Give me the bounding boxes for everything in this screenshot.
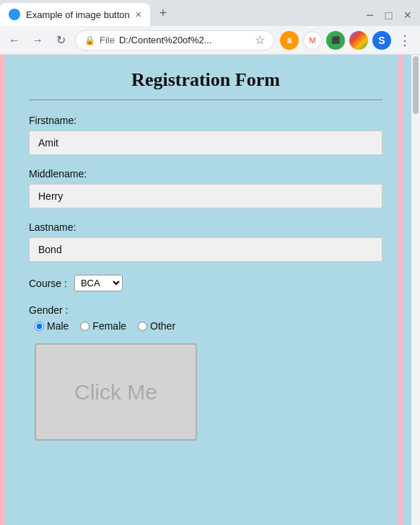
- page-content: Registration Form Firstname: Middlename:…: [0, 55, 411, 525]
- firstname-input[interactable]: [29, 131, 382, 155]
- gender-female-label: Female: [92, 320, 126, 332]
- image-button[interactable]: Click Me: [35, 343, 197, 441]
- gender-female-radio[interactable]: [80, 322, 89, 331]
- middlename-group: Middlename:: [29, 168, 382, 208]
- course-row: Course : BCA BBA BSc BCom: [29, 275, 382, 291]
- course-select[interactable]: BCA BBA BSc BCom: [74, 275, 123, 291]
- lastname-group: Lastname:: [29, 221, 382, 262]
- tab-favicon: 🌐: [9, 9, 20, 20]
- gender-other-label: Other: [150, 320, 175, 332]
- refresh-button[interactable]: ↻: [52, 32, 69, 49]
- tab-bar: 🌐 Example of image button × + − □ ×: [0, 0, 420, 26]
- amazon-icon[interactable]: a: [280, 31, 299, 50]
- forward-button[interactable]: →: [29, 32, 46, 49]
- gender-female-option[interactable]: Female: [80, 320, 126, 332]
- middlename-input[interactable]: [29, 184, 382, 208]
- form-container: Registration Form Firstname: Middlename:…: [22, 69, 390, 441]
- gender-options: Male Female Other: [35, 320, 382, 332]
- gender-other-option[interactable]: Other: [138, 320, 175, 332]
- scrollbar[interactable]: [411, 55, 420, 525]
- gender-male-label: Male: [47, 320, 69, 332]
- pink-bar-left: [0, 55, 4, 525]
- address-bar: ← → ↻ 🔒 File D:/Content%20of%2... ☆ a M …: [0, 26, 420, 55]
- gender-label: Gender :: [29, 304, 382, 316]
- gender-male-radio[interactable]: [35, 322, 44, 331]
- bookmark-icon[interactable]: ☆: [255, 33, 265, 47]
- lastname-input[interactable]: [29, 237, 382, 262]
- firstname-group: Firstname:: [29, 115, 382, 155]
- gender-other-radio[interactable]: [138, 322, 147, 331]
- window-controls: − □ ×: [366, 8, 420, 26]
- pink-bar-right: [398, 55, 403, 525]
- lastname-label: Lastname:: [29, 221, 382, 233]
- lock-icon: 🔒: [84, 35, 95, 45]
- gender-male-option[interactable]: Male: [35, 320, 69, 332]
- gmail-icon[interactable]: M: [303, 31, 322, 50]
- file-label: File: [100, 35, 115, 45]
- close-button[interactable]: ×: [403, 8, 411, 23]
- divider: [29, 100, 382, 100]
- browser-window: 🌐 Example of image button × + − □ × ← → …: [0, 0, 420, 525]
- middlename-label: Middlename:: [29, 168, 382, 180]
- content-wrapper: Registration Form Firstname: Middlename:…: [0, 55, 420, 525]
- maximize-button[interactable]: □: [385, 9, 393, 22]
- image-button-text: Click Me: [74, 380, 157, 405]
- profile-icon[interactable]: S: [372, 31, 391, 50]
- active-tab[interactable]: 🌐 Example of image button ×: [0, 3, 150, 26]
- address-input[interactable]: 🔒 File D:/Content%20of%2... ☆: [75, 30, 274, 50]
- menu-icon[interactable]: ⋮: [395, 31, 414, 50]
- course-label: Course :: [29, 278, 67, 289]
- scrollbar-thumb[interactable]: [413, 56, 419, 114]
- color-icon[interactable]: [349, 31, 368, 50]
- gender-row: Gender : Male Female Other: [29, 304, 382, 332]
- form-title: Registration Form: [29, 69, 382, 91]
- dots-icon[interactable]: ⬛: [326, 31, 345, 50]
- tab-title: Example of image button: [26, 9, 130, 20]
- url-text: D:/Content%20of%2...: [119, 35, 212, 45]
- back-button[interactable]: ←: [6, 32, 23, 49]
- firstname-label: Firstname:: [29, 115, 382, 126]
- minimize-button[interactable]: −: [366, 8, 374, 23]
- new-tab-button[interactable]: +: [153, 3, 173, 23]
- tab-close-button[interactable]: ×: [136, 9, 141, 20]
- toolbar-icons: a M ⬛ S ⋮: [280, 31, 414, 50]
